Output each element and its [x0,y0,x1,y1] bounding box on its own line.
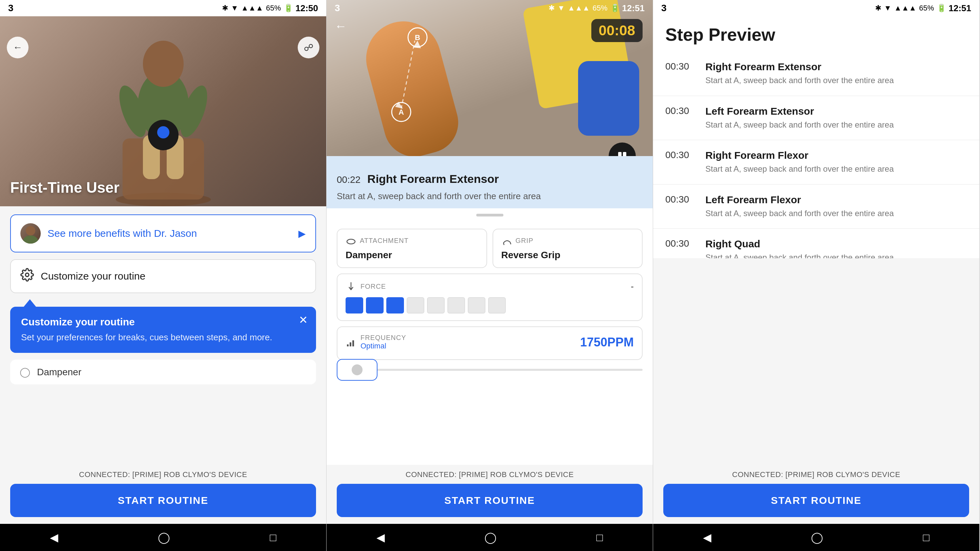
screen-2: 3 ✱ ▼ ▲▲▲ 65% 🔋 12:51 A B [326,0,653,551]
exercise-time: 00:22 [337,175,361,185]
step-desc-2: Start at A, sweep back and forth over th… [705,163,967,175]
svg-point-9 [157,126,169,138]
svg-point-22 [347,239,355,244]
blue-shape [578,61,639,136]
spacer-3 [653,258,979,465]
force-card: FORCE - [337,273,643,321]
step-time-3: 00:30 [665,194,696,205]
nav-bar-1: ◀ ◯ □ [0,524,326,551]
start-routine-button-3[interactable]: START ROUTINE [663,484,969,517]
wifi-icon: ▼ [231,4,238,13]
person-figure [102,37,224,206]
tooltip-container: Customize your routine Set your preferen… [10,300,316,353]
tooltip-box: Customize your routine Set your preferen… [10,307,316,353]
status-number-1: 3 [8,3,14,14]
bottom-bar-2: CONNECTED: [PRIME] ROB CLYMO'S DEVICE ST… [326,465,653,524]
signal-icon-3: ▲▲▲ [894,4,916,13]
force-bar-1 [345,297,363,313]
path-svg: A B [381,21,435,122]
circle-icon: ◯ [20,367,30,378]
tooltip-close-button[interactable]: ✕ [299,313,308,326]
screen3-header: Step Preview [653,16,979,52]
status-number-2: 3 [335,3,340,14]
step-name-3: Left Forearm Flexor [705,194,967,206]
frequency-icon [345,337,356,348]
bookmark-button[interactable]: ☍ [298,37,320,58]
step-item-2: 00:30 Right Forearm Flexor Start at A, s… [653,140,979,184]
connected-text-3: CONNECTED: [PRIME] ROB CLYMO'S DEVICE [663,470,969,479]
wifi-icon-3: ▼ [884,4,891,13]
battery-icon-3: 🔋 [937,4,946,13]
step-desc-3: Start at A, sweep back and forth over th… [705,208,967,219]
svg-rect-25 [347,345,348,346]
status-time-2: 12:51 [622,3,645,14]
force-bar-4 [407,297,424,313]
step-name-2: Right Forearm Flexor [705,149,967,161]
freq-label: FREQUENCY [361,334,406,341]
screen-3: 3 ✱ ▼ ▲▲▲ 65% 🔋 12:51 Step Preview 00:30… [653,0,980,551]
screen-1: 3 ✱ ▼ ▲▲▲ 65% 🔋 12:50 [0,0,326,551]
bluetooth-icon: ✱ [222,4,228,13]
slider-track[interactable] [337,369,643,371]
step-time-1: 00:30 [665,105,696,116]
motion-path: A B [381,21,435,122]
tooltip-arrow [24,299,36,307]
sheet-handle-bar [476,214,503,216]
back-button-1[interactable]: ← [7,37,29,58]
back-nav-icon-2[interactable]: ◀ [377,531,385,544]
status-time-3: 12:51 [949,3,972,14]
home-nav-icon-2[interactable]: ◯ [484,531,496,544]
status-time-1: 12:50 [296,3,318,14]
svg-line-24 [510,242,511,244]
hero-image-1: First-Time User ← ☍ [0,16,326,206]
recent-nav-icon-2[interactable]: □ [597,531,603,544]
signal-icon-2: ▲▲▲ [568,4,590,13]
svg-point-12 [25,273,29,276]
svg-rect-20 [618,152,622,156]
svg-point-3 [143,41,184,87]
step-name-1: Left Forearm Extensor [705,105,967,117]
svg-text:A: A [399,108,404,116]
step-time-2: 00:30 [665,149,696,160]
back-nav-icon[interactable]: ◀ [50,531,58,544]
step-list: 00:30 Right Forearm Extensor Start at A,… [653,52,979,258]
tooltip-title: Customize your routine [21,316,305,328]
svg-line-13 [401,41,415,109]
customize-card[interactable]: Customize your routine [10,259,316,293]
nav-bar-3: ◀ ◯ □ [653,524,979,551]
exercise-desc: Start at A, sweep back and forth over th… [337,191,643,202]
svg-point-11 [23,235,38,244]
screen1-content: See more benefits with Dr. Jason ▶ Custo… [0,206,326,465]
home-nav-icon-3[interactable]: ◯ [811,531,823,544]
step-desc-0: Start at A, sweep back and forth over th… [705,75,967,86]
play-icon: ▶ [298,228,306,239]
exercise-info-bar: 00:22 Right Forearm Extensor Start at A,… [326,156,653,208]
gear-icon [21,268,34,284]
bottom-bar-1: CONNECTED: [PRIME] ROB CLYMO'S DEVICE ST… [0,465,326,524]
dr-jason-card[interactable]: See more benefits with Dr. Jason ▶ [10,214,316,252]
slider-thumb[interactable] [337,359,377,381]
start-routine-button-2[interactable]: START ROUTINE [337,484,643,517]
force-bar-5 [427,297,445,313]
back-button-2[interactable]: ← [335,19,347,33]
bottom-bar-3: CONNECTED: [PRIME] ROB CLYMO'S DEVICE ST… [653,465,979,524]
slider-thumb-circle [352,364,363,375]
recent-nav-icon[interactable]: □ [270,531,276,544]
sheet-handle [326,208,653,222]
back-nav-icon-3[interactable]: ◀ [703,531,711,544]
attachment-icon [345,236,356,247]
dampener-item: ◯ Dampener [10,360,316,384]
step-preview-title: Step Preview [665,24,967,45]
force-value: - [631,281,634,292]
connected-text-2: CONNECTED: [PRIME] ROB CLYMO'S DEVICE [337,470,643,479]
force-bar-3 [386,297,404,313]
freq-value: 1750PPM [410,335,634,349]
force-bar-8 [488,297,506,313]
start-routine-button-1[interactable]: START ROUTINE [10,484,316,517]
customize-text: Customize your routine [41,270,306,282]
home-nav-icon[interactable]: ◯ [158,531,170,544]
nav-bar-2: ◀ ◯ □ [326,524,653,551]
recent-nav-icon-3[interactable]: □ [923,531,929,544]
force-label: FORCE [361,283,386,291]
slider-container [337,365,643,374]
